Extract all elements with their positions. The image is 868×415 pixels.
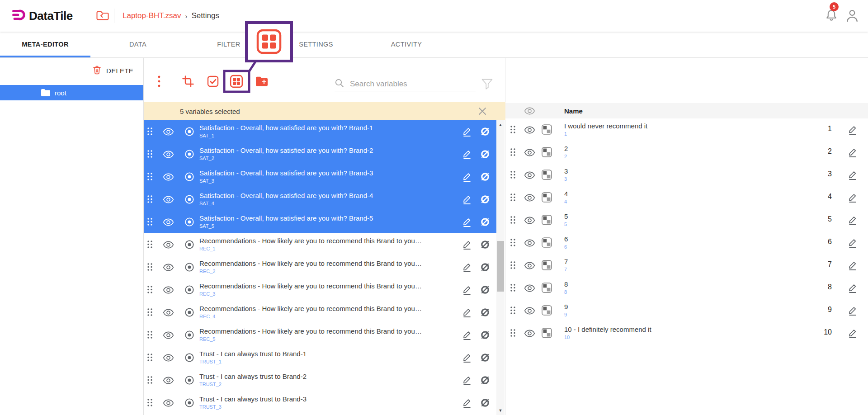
edit-pencil-icon[interactable] xyxy=(848,260,857,273)
drag-handle-icon[interactable] xyxy=(147,398,153,409)
edit-pencil-icon[interactable] xyxy=(462,149,472,161)
not-used-slash-icon[interactable] xyxy=(480,285,490,297)
variable-row[interactable]: Satisfaction - Overall, how satisfied ar… xyxy=(144,120,496,143)
drag-handle-icon[interactable] xyxy=(510,329,516,339)
drag-handle-icon[interactable] xyxy=(147,127,153,137)
tab-filter[interactable]: FILTER xyxy=(217,32,240,57)
edit-pencil-icon[interactable] xyxy=(462,217,472,229)
drag-handle-icon[interactable] xyxy=(510,216,516,226)
answer-row[interactable]: 7 7 7 xyxy=(505,254,868,277)
edit-pencil-icon[interactable] xyxy=(462,262,472,274)
variable-row[interactable]: Trust - I can always trust to Brand-2 TR… xyxy=(144,369,496,391)
edit-pencil-icon[interactable] xyxy=(848,283,857,295)
edit-pencil-icon[interactable] xyxy=(848,147,857,160)
drag-handle-icon[interactable] xyxy=(147,217,153,228)
drag-handle-icon[interactable] xyxy=(147,150,153,160)
scroll-up-arrow[interactable]: ▲ xyxy=(496,121,505,128)
visibility-eye-icon[interactable] xyxy=(524,107,535,117)
select-checkbox-icon[interactable] xyxy=(207,75,219,88)
crop-icon[interactable] xyxy=(182,75,194,88)
edit-pencil-icon[interactable] xyxy=(848,328,857,340)
visibility-eye-icon[interactable] xyxy=(524,239,535,249)
not-used-slash-icon[interactable] xyxy=(480,217,490,229)
answer-row[interactable]: 9 9 9 xyxy=(505,299,868,322)
tab-meta-editor[interactable]: META-EDITOR xyxy=(22,32,69,57)
filter-funnel-icon[interactable] xyxy=(481,78,493,92)
visibility-eye-icon[interactable] xyxy=(524,148,535,159)
tile-grid-icon[interactable] xyxy=(230,75,243,88)
visibility-eye-icon[interactable] xyxy=(524,329,535,340)
visibility-eye-icon[interactable] xyxy=(524,193,535,204)
edit-pencil-icon[interactable] xyxy=(848,238,857,250)
visibility-eye-icon[interactable] xyxy=(163,195,174,206)
variable-row[interactable]: Recommendations - How likely are you to … xyxy=(144,324,496,346)
visibility-eye-icon[interactable] xyxy=(524,284,535,294)
edit-pencil-icon[interactable] xyxy=(462,398,472,410)
not-used-slash-icon[interactable] xyxy=(480,240,490,251)
search-input[interactable] xyxy=(350,80,463,89)
variable-row[interactable]: Recommendations - How likely are you to … xyxy=(144,278,496,301)
edit-pencil-icon[interactable] xyxy=(848,125,857,137)
edit-pencil-icon[interactable] xyxy=(462,307,472,320)
visibility-eye-icon[interactable] xyxy=(163,241,174,251)
variables-scrollbar[interactable]: ▲ ▼ xyxy=(496,120,505,415)
not-used-slash-icon[interactable] xyxy=(480,172,490,184)
drag-handle-icon[interactable] xyxy=(510,148,516,158)
drag-handle-icon[interactable] xyxy=(147,308,153,318)
visibility-eye-icon[interactable] xyxy=(163,173,174,183)
tab-data[interactable]: DATA xyxy=(129,32,146,57)
answer-row[interactable]: 3 3 3 xyxy=(505,164,868,186)
drag-handle-icon[interactable] xyxy=(147,353,153,363)
more-options-kebab-icon[interactable] xyxy=(157,75,161,88)
user-profile-icon[interactable] xyxy=(845,8,859,25)
drag-handle-icon[interactable] xyxy=(510,193,516,203)
back-to-files-folder-icon[interactable] xyxy=(96,9,109,24)
drag-handle-icon[interactable] xyxy=(147,263,153,273)
not-used-slash-icon[interactable] xyxy=(480,398,490,410)
edit-pencil-icon[interactable] xyxy=(462,330,472,342)
answer-row[interactable]: 4 4 4 xyxy=(505,186,868,209)
not-used-slash-icon[interactable] xyxy=(480,149,490,161)
drag-handle-icon[interactable] xyxy=(147,330,153,341)
datatile-logo[interactable]: DataTile xyxy=(10,7,73,24)
answer-row[interactable]: 2 2 2 xyxy=(505,141,868,164)
variable-row[interactable]: Satisfaction - Overall, how satisfied ar… xyxy=(144,143,496,165)
tab-activity[interactable]: ACTIVITY xyxy=(391,32,422,57)
not-used-slash-icon[interactable] xyxy=(480,330,490,342)
sidebar-item-root[interactable]: root xyxy=(0,85,143,100)
drag-handle-icon[interactable] xyxy=(510,283,516,294)
edit-pencil-icon[interactable] xyxy=(462,172,472,184)
visibility-eye-icon[interactable] xyxy=(163,263,174,274)
edit-pencil-icon[interactable] xyxy=(462,285,472,297)
breadcrumb-file[interactable]: Laptop-BHT.zsav xyxy=(123,11,181,20)
visibility-eye-icon[interactable] xyxy=(163,150,174,160)
drag-handle-icon[interactable] xyxy=(510,238,516,249)
scroll-down-arrow[interactable]: ▼ xyxy=(496,407,505,414)
not-used-slash-icon[interactable] xyxy=(480,127,490,138)
visibility-eye-icon[interactable] xyxy=(524,171,535,181)
not-used-slash-icon[interactable] xyxy=(480,307,490,319)
variable-row[interactable]: Trust - I can always trust to Brand-1 TR… xyxy=(144,346,496,369)
answer-row[interactable]: 10 - I definitely recommend it 10 10 xyxy=(505,322,868,344)
edit-pencil-icon[interactable] xyxy=(848,193,857,205)
visibility-eye-icon[interactable] xyxy=(524,126,535,136)
visibility-eye-icon[interactable] xyxy=(524,307,535,317)
edit-pencil-icon[interactable] xyxy=(848,215,857,227)
edit-pencil-icon[interactable] xyxy=(462,127,472,139)
not-used-slash-icon[interactable] xyxy=(480,353,490,364)
visibility-eye-icon[interactable] xyxy=(163,331,174,341)
edit-pencil-icon[interactable] xyxy=(462,353,472,365)
add-folder-icon[interactable] xyxy=(255,76,269,87)
visibility-eye-icon[interactable] xyxy=(163,399,174,409)
drag-handle-icon[interactable] xyxy=(510,125,516,136)
edit-pencil-icon[interactable] xyxy=(848,170,857,182)
edit-pencil-icon[interactable] xyxy=(462,240,472,252)
variable-row[interactable]: Recommendations - How likely are you to … xyxy=(144,233,496,256)
drag-handle-icon[interactable] xyxy=(147,376,153,386)
drag-handle-icon[interactable] xyxy=(147,172,153,183)
close-icon[interactable] xyxy=(477,106,487,118)
visibility-eye-icon[interactable] xyxy=(163,286,174,296)
visibility-eye-icon[interactable] xyxy=(163,308,174,319)
edit-pencil-icon[interactable] xyxy=(848,306,857,318)
visibility-eye-icon[interactable] xyxy=(524,261,535,272)
